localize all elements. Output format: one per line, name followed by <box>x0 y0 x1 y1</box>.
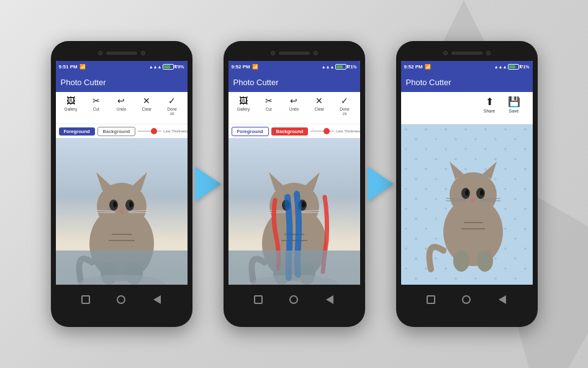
save-item[interactable]: 💾 Save <box>508 94 520 113</box>
svg-point-8 <box>120 210 124 213</box>
clear-icon-2: ✕ <box>315 96 323 106</box>
thickness-label-2: Line Thickness <box>336 129 360 133</box>
foreground-button-1[interactable]: Foreground <box>59 127 95 136</box>
nav-home-2[interactable] <box>288 294 299 305</box>
sensor-1 <box>141 51 145 55</box>
done-label-1: Done <box>167 107 177 111</box>
foreground-button-2[interactable]: Foreground <box>232 127 269 136</box>
battery-label-2: 71% <box>348 65 356 69</box>
phone-top-3 <box>401 47 533 58</box>
result-image <box>401 124 533 285</box>
cut-label-1: Cut <box>93 107 99 111</box>
done-num-1: 20 <box>170 112 174 116</box>
done-icon-1: ✓ <box>168 96 176 106</box>
tool-gallery-2[interactable]: 🖼 Gallery <box>231 94 256 111</box>
status-bar-3: 9:52 PM 📶 ▲▲▲ 71% <box>401 61 533 72</box>
speaker-2 <box>279 52 310 55</box>
arrow-shape-2 <box>368 167 394 201</box>
slider-track-1[interactable] <box>138 131 161 132</box>
svg-point-37 <box>450 172 497 217</box>
phone-bottom-1 <box>56 285 188 315</box>
svg-point-49 <box>453 251 469 272</box>
tool-cut-1[interactable]: ✂ Cut <box>83 94 109 111</box>
cut-icon-1: ✂ <box>93 96 100 106</box>
svg-point-6 <box>113 201 117 208</box>
nav-recent-3[interactable] <box>497 294 508 305</box>
tool-clear-1[interactable]: ✕ Clear <box>134 94 160 111</box>
main-scene: 9:51 PM 📶 ▲▲▲ 70% Photo Cutter 🖼 <box>51 41 538 327</box>
slider-area-1: Line Thickness <box>138 129 187 133</box>
undo-icon-2: ↩ <box>290 96 297 106</box>
screen-3: 9:52 PM 📶 ▲▲▲ 71% Photo Cutter ⬆ <box>401 61 533 285</box>
fg-bg-row-1: Foreground Background Line Thickness <box>56 124 188 138</box>
status-bar-2: 9:52 PM 📶 ▲▲▲ 71% <box>228 61 360 72</box>
pillow-2 <box>228 251 360 285</box>
background-button-1[interactable]: Background <box>97 127 136 136</box>
tool-done-1[interactable]: ✓ Done 20 <box>160 94 185 116</box>
battery-3 <box>508 64 519 70</box>
phone-bottom-3 <box>401 285 533 315</box>
time-1: 9:51 PM <box>59 64 78 70</box>
battery-fill-2 <box>337 65 343 68</box>
gallery-label-2: Gallery <box>237 107 250 111</box>
clear-label-1: Clear <box>142 107 152 111</box>
tool-gallery-1[interactable]: 🖼 Gallery <box>58 94 84 111</box>
gallery-icon-2: 🖼 <box>239 96 248 106</box>
arrow-1 <box>189 165 227 203</box>
slider-thumb-2[interactable] <box>323 128 330 134</box>
cat-bg-1 <box>56 138 188 285</box>
phone-3: 9:52 PM 📶 ▲▲▲ 71% Photo Cutter ⬆ <box>396 41 538 327</box>
svg-point-42 <box>465 190 469 196</box>
svg-point-25 <box>302 201 305 208</box>
sensor-3 <box>486 51 491 55</box>
nav-home-1[interactable] <box>115 294 127 305</box>
tool-done-2[interactable]: ✓ Done 23 <box>332 94 358 116</box>
slider-track-2[interactable] <box>310 131 334 132</box>
nav-recent-2[interactable] <box>324 294 335 305</box>
app-bar-1: Photo Cutter <box>56 72 188 92</box>
clear-label-2: Clear <box>315 107 325 111</box>
time-3: 9:52 PM <box>404 64 423 70</box>
undo-label-2: Undo <box>289 107 299 111</box>
nav-recent-1[interactable] <box>152 294 163 305</box>
tool-cut-2[interactable]: ✂ Cut <box>256 94 281 111</box>
cat-image-1 <box>56 138 188 285</box>
app-title-1: Photo Cutter <box>61 78 106 87</box>
undo-icon-1: ↩ <box>117 96 125 106</box>
toolbar-2: 🖼 Gallery ✂ Cut ↩ Undo ✕ Clear ✓ Done <box>228 92 360 124</box>
time-2: 9:52 PM <box>232 64 250 70</box>
tool-undo-2[interactable]: ↩ Undo <box>281 94 307 111</box>
cut-icon-2: ✂ <box>265 96 273 106</box>
wifi-icon-3: 📶 <box>425 64 431 70</box>
thickness-label-1: Line Thickness <box>163 129 187 133</box>
camera-3 <box>443 51 448 55</box>
signal-icon-2: ▲▲▲ <box>322 65 335 69</box>
clear-icon-1: ✕ <box>143 96 150 106</box>
cat-image-2 <box>228 138 360 285</box>
slider-thumb-1[interactable] <box>151 128 157 134</box>
tool-clear-2[interactable]: ✕ Clear <box>307 94 332 111</box>
camera-2 <box>271 51 275 55</box>
phone-2: 9:52 PM 📶 ▲▲▲ 71% Photo Cutter 🖼 <box>224 41 365 327</box>
tool-undo-1[interactable]: ↩ Undo <box>109 94 134 111</box>
pillow-1 <box>56 251 188 285</box>
share-item[interactable]: ⬆ Share <box>484 94 495 113</box>
toolbar-1: 🖼 Gallery ✂ Cut ↩ Undo ✕ Clear ✓ Done <box>56 92 188 124</box>
done-num-2: 23 <box>343 112 347 116</box>
status-bar-1: 9:51 PM 📶 ▲▲▲ 70% <box>56 61 188 72</box>
slider-area-2: Line Thickness <box>310 129 360 133</box>
wifi-icon-1: 📶 <box>79 64 86 70</box>
svg-point-44 <box>471 198 475 201</box>
speaker-3 <box>451 52 482 55</box>
nav-back-2[interactable] <box>253 294 264 305</box>
battery-fill-1 <box>164 65 170 68</box>
arrow-shape-1 <box>195 167 221 201</box>
svg-point-43 <box>480 190 484 196</box>
nav-home-3[interactable] <box>461 294 472 305</box>
background-button-2[interactable]: Background <box>271 127 309 136</box>
nav-back-3[interactable] <box>425 294 436 305</box>
cut-label-2: Cut <box>266 107 272 111</box>
gallery-icon-1: 🖼 <box>66 96 75 106</box>
app-title-3: Photo Cutter <box>406 78 451 87</box>
nav-back-1[interactable] <box>80 294 91 305</box>
